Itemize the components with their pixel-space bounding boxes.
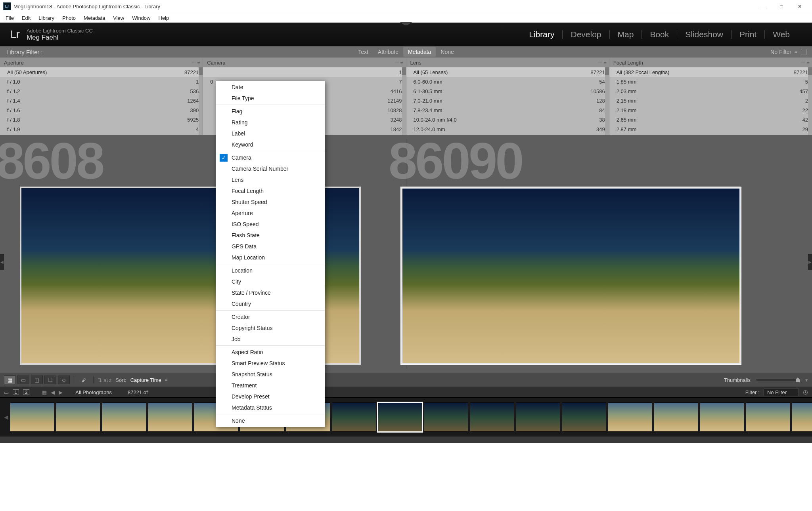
menu-item[interactable]: Camera bbox=[216, 152, 325, 163]
menu-item[interactable]: Keyword bbox=[216, 139, 325, 150]
menu-item[interactable]: Flag bbox=[216, 106, 325, 117]
filter-tab-metadata[interactable]: Metadata bbox=[403, 47, 436, 57]
photo-thumbnail[interactable] bbox=[402, 189, 739, 363]
menu-item[interactable]: Metadata Status bbox=[216, 402, 325, 413]
grid-view-button[interactable]: ▦ bbox=[4, 376, 16, 384]
scrollbar[interactable] bbox=[605, 67, 609, 135]
close-button[interactable]: ✕ bbox=[791, 0, 809, 13]
metadata-row[interactable]: 6.1-30.5 mm10586 bbox=[406, 86, 609, 96]
filmstrip-thumb[interactable] bbox=[792, 402, 812, 432]
people-view-button[interactable]: ☺ bbox=[58, 376, 70, 384]
menu-item[interactable]: Date bbox=[216, 82, 325, 93]
menu-item[interactable]: Shutter Speed bbox=[216, 196, 325, 208]
filmstrip-thumb[interactable] bbox=[608, 402, 652, 432]
scrollbar[interactable] bbox=[808, 67, 812, 135]
module-slideshow[interactable]: Slideshow bbox=[677, 30, 731, 39]
sort-direction-button[interactable]: a↓z bbox=[103, 377, 111, 383]
module-book[interactable]: Book bbox=[642, 30, 677, 39]
menu-item[interactable]: Aperture bbox=[216, 208, 325, 219]
scrollbar-thumb[interactable] bbox=[605, 67, 609, 75]
metadata-row[interactable]: 1.85 mm5 bbox=[609, 77, 812, 86]
menu-item[interactable]: Develop Preset bbox=[216, 391, 325, 402]
menu-item[interactable]: Focal Length bbox=[216, 185, 325, 196]
loupe-view-button[interactable]: ▭ bbox=[17, 376, 29, 384]
column-menu-icon[interactable]: ⋯ ≑ bbox=[598, 61, 607, 65]
filmstrip-filter-value[interactable]: No Filter bbox=[764, 389, 799, 396]
menu-item[interactable]: Country bbox=[216, 298, 325, 309]
grid-mode-icon[interactable]: ▦ bbox=[42, 389, 47, 395]
metadata-row[interactable]: All (382 Focal Lengths)87221 bbox=[609, 67, 812, 77]
column-menu-icon[interactable]: ⋯ ≑ bbox=[395, 61, 404, 65]
menu-item[interactable]: Map Location bbox=[216, 252, 325, 263]
scrollbar-thumb[interactable] bbox=[808, 67, 812, 75]
filmstrip-thumb[interactable] bbox=[148, 402, 192, 432]
menu-help[interactable]: Help bbox=[155, 14, 173, 22]
nav-back-button[interactable]: ◀ bbox=[51, 389, 55, 395]
nav-forward-button[interactable]: ▶ bbox=[59, 389, 63, 395]
column-header[interactable]: Lens⋯ ≑ bbox=[406, 58, 609, 67]
menu-item[interactable]: Lens bbox=[216, 174, 325, 185]
menu-item[interactable]: Snapshot Status bbox=[216, 369, 325, 380]
menu-metadata[interactable]: Metadata bbox=[80, 14, 109, 22]
menu-item[interactable]: Smart Preview Status bbox=[216, 358, 325, 369]
menu-item[interactable]: City bbox=[216, 276, 325, 287]
filmstrip-thumb[interactable] bbox=[516, 402, 560, 432]
toolbar-menu-icon[interactable]: ▾ bbox=[805, 377, 808, 383]
filter-tab-text[interactable]: Text bbox=[353, 49, 373, 55]
metadata-row[interactable]: 2.18 mm22 bbox=[609, 105, 812, 115]
minimize-button[interactable]: — bbox=[754, 0, 772, 13]
column-header[interactable]: Aperture⋯ ≑ bbox=[0, 58, 203, 67]
scrollbar-thumb[interactable] bbox=[402, 67, 406, 75]
menu-item[interactable]: Job bbox=[216, 334, 325, 345]
second-window-icon[interactable]: ▭ bbox=[4, 389, 9, 395]
filmstrip-thumb[interactable] bbox=[332, 402, 376, 432]
metadata-row[interactable]: 2.15 mm2 bbox=[609, 96, 812, 105]
metadata-row[interactable]: 2.03 mm457 bbox=[609, 86, 812, 96]
filmstrip-thumb-selected[interactable] bbox=[377, 402, 423, 433]
menu-item[interactable]: Location bbox=[216, 265, 325, 276]
metadata-row[interactable]: 1 bbox=[203, 67, 406, 77]
module-library[interactable]: Library bbox=[521, 30, 562, 39]
scrollbar[interactable] bbox=[402, 67, 406, 135]
metadata-row[interactable]: 6.0-60.0 mm54 bbox=[406, 77, 609, 86]
filter-preset[interactable]: No Filter bbox=[770, 49, 791, 55]
menu-item[interactable]: Label bbox=[216, 128, 325, 139]
menu-item[interactable]: Treatment bbox=[216, 380, 325, 391]
column-menu-icon[interactable]: ⋯ ≑ bbox=[801, 61, 810, 65]
filmstrip-thumb[interactable] bbox=[470, 402, 514, 432]
module-develop[interactable]: Develop bbox=[563, 30, 609, 39]
menu-window[interactable]: Window bbox=[128, 14, 154, 22]
metadata-row[interactable]: f / 1.6390 bbox=[0, 105, 203, 115]
menu-item[interactable]: Copyright Status bbox=[216, 322, 325, 334]
metadata-row[interactable]: 2.87 mm29 bbox=[609, 124, 812, 134]
filmstrip-thumb[interactable] bbox=[746, 402, 790, 432]
menu-file[interactable]: File bbox=[2, 14, 18, 22]
menu-edit[interactable]: Edit bbox=[18, 14, 34, 22]
filmstrip-thumb[interactable] bbox=[654, 402, 698, 432]
filmstrip-thumb[interactable] bbox=[10, 402, 54, 432]
menu-item[interactable]: Flash State bbox=[216, 230, 325, 241]
menu-item[interactable]: Creator bbox=[216, 311, 325, 322]
filter-tab-none[interactable]: None bbox=[436, 49, 458, 55]
module-map[interactable]: Map bbox=[610, 30, 642, 39]
filter-lock-icon[interactable] bbox=[801, 49, 806, 55]
menu-view[interactable]: View bbox=[109, 14, 128, 22]
survey-view-button[interactable]: ❐ bbox=[44, 376, 56, 384]
menu-item[interactable]: File Type bbox=[216, 93, 325, 104]
metadata-row[interactable]: All (65 Lenses)87221 bbox=[406, 67, 609, 77]
metadata-row[interactable]: f / 1.2536 bbox=[0, 86, 203, 96]
metadata-row[interactable]: 10.0-24.0 mm f/4.038 bbox=[406, 115, 609, 124]
module-web[interactable]: Web bbox=[765, 30, 798, 39]
compare-view-button[interactable]: ◫ bbox=[31, 376, 43, 384]
thumbnail-size-slider[interactable] bbox=[756, 379, 800, 381]
menu-item[interactable]: Aspect Ratio bbox=[216, 347, 325, 358]
column-header[interactable]: Camera⋯ ≑ bbox=[203, 58, 406, 67]
top-panel-handle[interactable] bbox=[400, 22, 412, 25]
filter-switch-icon[interactable]: ⦿ bbox=[803, 389, 808, 395]
column-menu-icon[interactable]: ⋯ ≑ bbox=[192, 61, 200, 65]
sort-criteria[interactable]: Capture Time bbox=[130, 377, 161, 383]
scrollbar-thumb[interactable] bbox=[199, 67, 203, 75]
filmstrip-thumb[interactable] bbox=[102, 402, 146, 432]
menu-item[interactable]: ISO Speed bbox=[216, 219, 325, 230]
menu-photo[interactable]: Photo bbox=[58, 14, 80, 22]
